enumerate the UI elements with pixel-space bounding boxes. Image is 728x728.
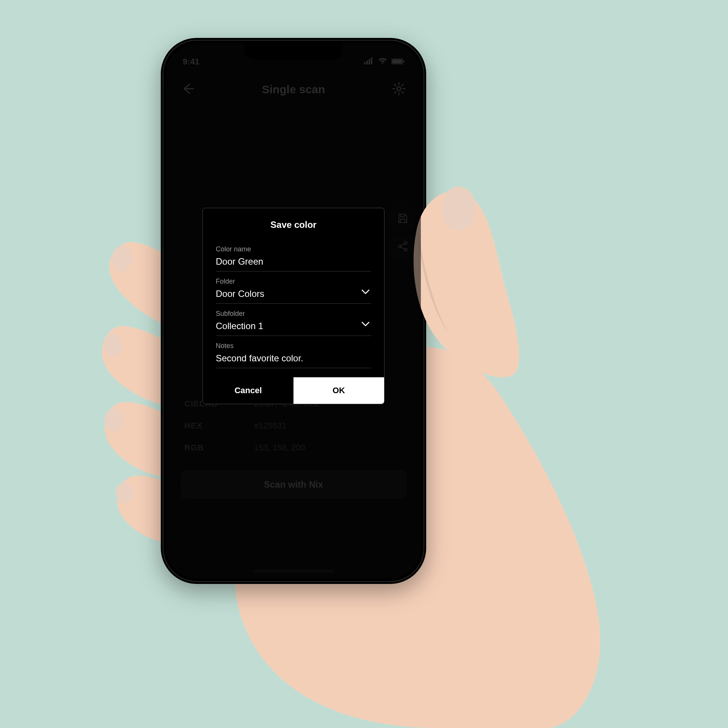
- field-value: Collection 1: [216, 320, 371, 332]
- field-label: Notes: [216, 342, 371, 350]
- color-name-field[interactable]: Color name Door Green: [216, 239, 371, 271]
- phone-screen: 9:41: [166, 43, 421, 579]
- field-value: Door Colors: [216, 288, 371, 300]
- cancel-button[interactable]: Cancel: [203, 377, 293, 404]
- svg-point-2: [105, 409, 123, 431]
- svg-point-1: [104, 333, 122, 357]
- svg-point-0: [112, 246, 132, 271]
- chevron-down-icon: [361, 319, 370, 330]
- field-label: Color name: [216, 245, 371, 253]
- save-color-dialog: Save color Color name Door Green Folder …: [202, 208, 384, 405]
- ok-button[interactable]: OK: [293, 377, 384, 404]
- svg-point-3: [116, 482, 133, 504]
- dialog-title: Save color: [203, 208, 384, 239]
- modal-backdrop[interactable]: Save color Color name Door Green Folder …: [166, 43, 421, 579]
- field-label: Subfolder: [216, 310, 371, 318]
- field-label: Folder: [216, 278, 371, 286]
- notes-field[interactable]: Notes Second favorite color.: [216, 336, 371, 368]
- subfolder-field[interactable]: Subfolder Collection 1: [216, 304, 371, 336]
- phone-frame: 9:41: [161, 38, 426, 584]
- folder-field[interactable]: Folder Door Colors: [216, 271, 371, 304]
- field-value: Door Green: [216, 256, 371, 267]
- svg-point-15: [441, 187, 476, 231]
- chevron-down-icon: [361, 287, 370, 298]
- field-value: Second favorite color.: [216, 352, 371, 364]
